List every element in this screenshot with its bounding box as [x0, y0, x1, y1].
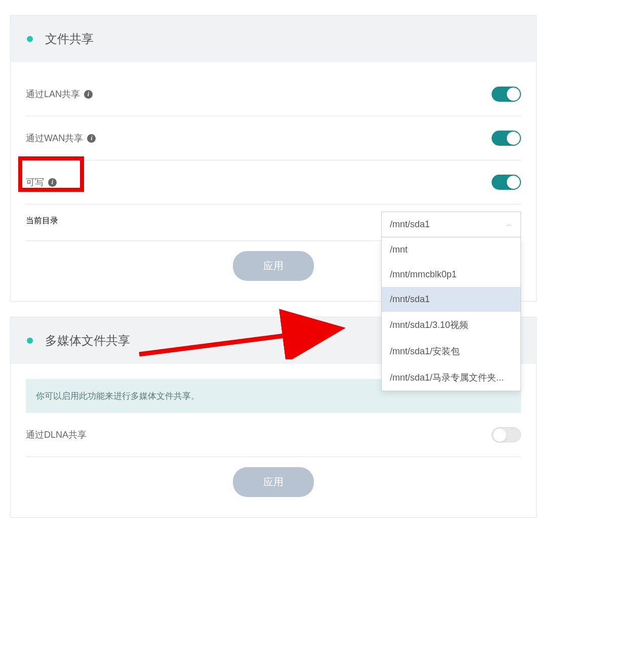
current-dir-row: 当前目录 /mnt/sda1 ︿ /mnt /mnt/mmcblk0p1 /mn… — [26, 204, 521, 240]
info-icon[interactable]: i — [84, 90, 93, 99]
media-share-body: 你可以启用此功能来进行多媒体文件共享。 通过DLNA共享 应用 — [11, 379, 536, 517]
select-value: /mnt/sda1 — [390, 219, 430, 230]
wan-share-label: 通过WAN共享 i — [26, 132, 96, 144]
apply-button[interactable]: 应用 — [233, 251, 314, 281]
select-head[interactable]: /mnt/sda1 ︿ — [381, 212, 521, 237]
current-dir-label: 当前目录 — [26, 216, 58, 226]
file-share-panel: 文件共享 通过LAN共享 i 通过WAN共享 i 可写 i 当前目录 — [10, 15, 537, 302]
dlna-label: 通过DLNA共享 — [26, 429, 87, 441]
file-share-header: 文件共享 — [11, 16, 536, 62]
apply-row-media: 应用 — [26, 457, 521, 502]
lan-share-row: 通过LAN共享 i — [26, 62, 521, 116]
dropdown-list: /mnt /mnt/mmcblk0p1 /mnt/sda1 /mnt/sda1/… — [381, 237, 521, 391]
current-dir-select: /mnt/sda1 ︿ /mnt /mnt/mmcblk0p1 /mnt/sda… — [381, 212, 521, 391]
dropdown-item-mnt[interactable]: /mnt — [382, 237, 520, 262]
file-share-body: 通过LAN共享 i 通过WAN共享 i 可写 i 当前目录 /mnt/ — [11, 62, 536, 301]
dlna-toggle[interactable] — [492, 427, 521, 442]
highlight-box — [18, 156, 84, 192]
dropdown-item-sda1[interactable]: /mnt/sda1 — [382, 287, 520, 312]
lan-share-label: 通过LAN共享 i — [26, 88, 93, 100]
writable-toggle[interactable] — [492, 175, 521, 190]
dropdown-item-sda1-install[interactable]: /mnt/sda1/安装包 — [382, 338, 520, 364]
lan-share-toggle[interactable] — [492, 87, 521, 102]
chevron-up-icon: ︿ — [506, 220, 512, 229]
media-share-title: 多媒体文件共享 — [45, 333, 130, 349]
dlna-row: 通过DLNA共享 — [26, 413, 521, 457]
bullet-icon — [27, 338, 33, 344]
dropdown-item-mmcblk0p1[interactable]: /mnt/mmcblk0p1 — [382, 262, 520, 287]
bullet-icon — [27, 36, 33, 42]
dropdown-item-sda1-folder[interactable]: /mnt/sda1/马录专属文件夹... — [382, 364, 520, 391]
writable-row: 可写 i — [26, 160, 521, 204]
wan-share-row: 通过WAN共享 i — [26, 116, 521, 160]
dropdown-item-sda1-video[interactable]: /mnt/sda1/3.10视频 — [382, 312, 520, 338]
wan-share-toggle[interactable] — [492, 131, 521, 146]
info-icon[interactable]: i — [87, 134, 96, 143]
file-share-title: 文件共享 — [45, 31, 94, 47]
apply-button[interactable]: 应用 — [233, 467, 314, 497]
